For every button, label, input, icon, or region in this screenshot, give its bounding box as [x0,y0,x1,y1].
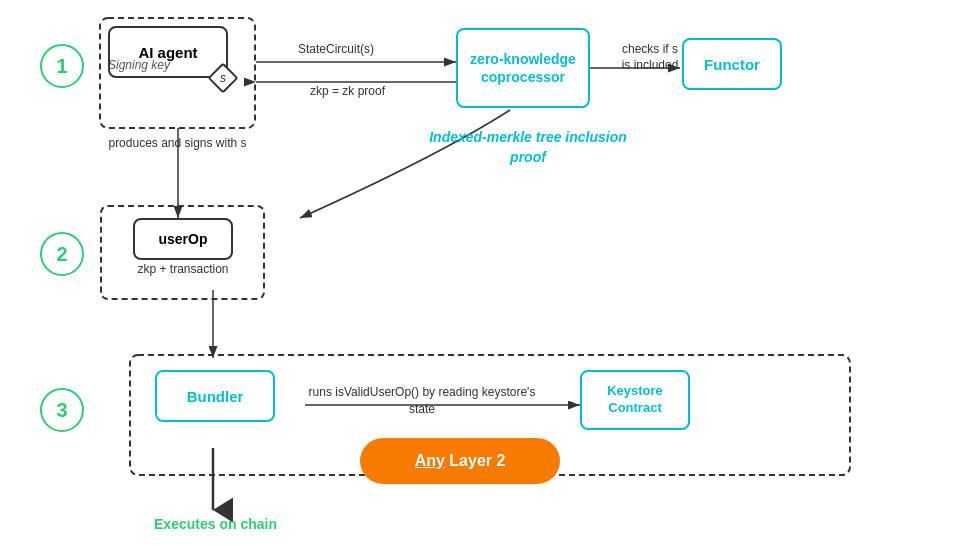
signing-key-diamond: s [208,63,238,97]
step-2-circle: 2 [40,232,84,276]
any-layer2-button[interactable]: Any Layer 2 [360,438,560,484]
zk-coprocessor-box: zero-knowledge coprocessor [456,28,590,108]
executes-on-chain-label: Executes on chain [138,516,293,532]
keystore-contract-box: Keystore Contract [580,370,690,430]
signing-key-label: Signing key [108,58,170,72]
user-op-dashed-border [100,205,265,300]
bundler-box: Bundler [155,370,275,422]
state-circuit-label: StateCircuit(s) [298,42,374,56]
zkp-proof-label: zkp = zk proof [310,84,385,98]
step-3-circle: 3 [40,388,84,432]
produces-signs-label: produces and signs with s [100,136,255,150]
runs-is-valid-label: runs isValidUserOp() by reading keystore… [302,384,542,418]
diagram: 1 2 3 AI agent Signing key s zero-knowle… [0,0,961,546]
svg-text:s: s [220,71,226,85]
zkp-transaction-label: zkp + transaction [103,262,263,276]
diamond-svg: s [208,63,238,93]
checks-label: checks if s is included [620,42,680,73]
step-1-circle: 1 [40,44,84,88]
indexed-merkle-label: Indexed-merkle tree inclusion proof [418,128,638,167]
functor-box: Functor [682,38,782,90]
